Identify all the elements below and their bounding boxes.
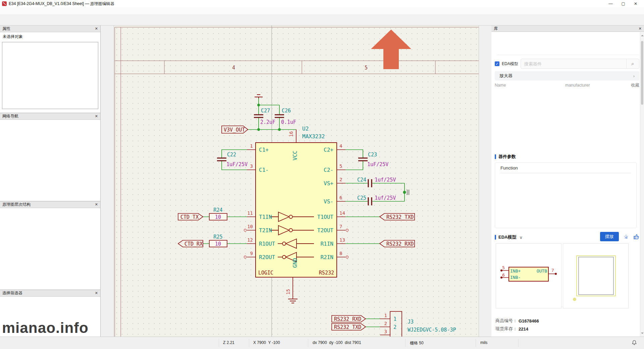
pin-t2in: T2IN (259, 227, 272, 234)
menu-bar (0, 7, 644, 15)
pin11-number: 11 (247, 210, 253, 216)
j3-pad2: 2 (393, 324, 396, 330)
c25-ref[interactable]: C25 (357, 195, 366, 201)
c26-value[interactable]: 0.1uF (281, 119, 296, 125)
c23-ref[interactable]: C23 (368, 152, 377, 158)
label-logic: LOGIC (258, 270, 273, 276)
j3-pad1: 1 (393, 316, 396, 322)
label-rs232-txd[interactable]: RS232_TXD (386, 214, 414, 220)
c24-value[interactable]: 1uf/25V (375, 177, 396, 183)
r24-ref[interactable]: R24 (213, 207, 222, 213)
j3-pin3-number: 3 (384, 329, 387, 334)
footprint-preview[interactable] (563, 243, 629, 308)
search-icon[interactable]: ⌕ (626, 59, 639, 68)
place-button[interactable]: 摆放 (600, 232, 619, 241)
c22-value[interactable]: 1uF/25V (226, 161, 248, 167)
pin4-number: 4 (339, 143, 342, 149)
chevron-down-icon[interactable]: ∨ (519, 235, 523, 240)
pin12-number: 12 (247, 237, 253, 243)
j3-pin1-number: 1 (384, 313, 387, 318)
pin-c2p: C2+ (324, 147, 333, 153)
watermark: mianao.info (2, 319, 89, 336)
close-icon[interactable]: ✕ (639, 27, 642, 31)
canvas-settings-toolbar (101, 26, 114, 337)
no-selection-text: 未选择对象 (0, 32, 100, 41)
params-group-title: Function (500, 165, 631, 173)
pin-gnd: GND (292, 258, 298, 268)
j3-value[interactable]: WJ2EDGVC-5.08-3P (408, 327, 456, 333)
ground-symbol-top[interactable] (255, 95, 263, 98)
c22-ref[interactable]: C22 (227, 152, 236, 158)
category-label: 放大器 (499, 73, 513, 79)
ground-symbol-bottom[interactable] (288, 299, 298, 303)
label-ctd-tx[interactable]: CTD_TX (180, 214, 199, 220)
category-row-amplifier[interactable]: 放大器 › (495, 71, 639, 81)
close-icon[interactable]: ✕ (95, 202, 98, 207)
net-navigator-title: 网络导航 (2, 113, 18, 119)
c26-ref[interactable]: C26 (282, 108, 291, 114)
column-manufacturer: manufacturer (565, 83, 628, 88)
label-rs232-rxd[interactable]: RS232_RXD (386, 241, 414, 247)
label-rs232-rxd-2[interactable]: RS232_RXD (334, 316, 361, 322)
selection-filter-title: 选择筛选器 (2, 290, 22, 296)
pin10-number: 10 (247, 224, 253, 229)
titlebar: E34 [E34-2G4-MUX_DB_V1.0/E34 Sheet] — 原理… (0, 0, 644, 7)
close-icon[interactable]: ✕ (95, 291, 98, 295)
notification-bell-icon[interactable] (632, 340, 637, 346)
pin8-number: 8 (339, 251, 342, 256)
library-panel: 库✕ ✓ EDA模型 ⌕ 放大器 › Name manufacturer 收藏 (491, 26, 644, 337)
library-scrollbar[interactable] (640, 32, 644, 337)
zoom-level: Z 2.21 (223, 340, 234, 345)
maximize-button[interactable]: ▢ (622, 1, 625, 6)
stock-value: 2214 (519, 327, 528, 332)
label-ctd-rx[interactable]: CTD_RX (184, 241, 203, 247)
border-column-5: 5 (365, 65, 368, 71)
pin2-number: 2 (339, 177, 342, 182)
component-params-title: 器件参数 (498, 154, 516, 160)
params-card: Function (495, 162, 637, 228)
u2-ref[interactable]: U2 (302, 126, 309, 132)
eda-model-checkbox[interactable]: ✓ (495, 61, 499, 66)
r24-value[interactable]: 10 (215, 214, 221, 220)
border-column-4: 4 (232, 65, 235, 71)
schematic-canvas[interactable]: 4 5 (114, 26, 479, 337)
pin13-number: 13 (339, 237, 345, 243)
c25-value[interactable]: 1uf/25V (375, 195, 396, 201)
thumbs-up-icon[interactable]: 0 (633, 234, 639, 240)
r25-value[interactable]: 10 (215, 241, 221, 247)
component-search-box[interactable]: ⌕ (521, 59, 639, 69)
j3-ref[interactable]: J3 (408, 319, 414, 325)
close-icon[interactable]: ✕ (95, 27, 98, 31)
preview-pin5: 5 (502, 265, 505, 270)
label-v3v-out[interactable]: V3V_OUT (224, 127, 245, 133)
star-count: 0 (626, 236, 627, 239)
preview-inb-minus: INB- (510, 275, 521, 280)
pin-vsp: VS+ (324, 180, 333, 187)
search-input[interactable] (521, 61, 626, 66)
preview-pin7: 7 (551, 268, 554, 273)
c24-ref[interactable]: C24 (357, 177, 366, 183)
column-favorite: 收藏 (628, 83, 639, 88)
minimize-button[interactable]: — (609, 1, 613, 6)
r25-ref[interactable]: R25 (213, 234, 222, 240)
orange-up-arrow[interactable] (371, 30, 411, 69)
c27-ref[interactable]: C27 (261, 108, 270, 114)
star-icon[interactable]: ☆0 (624, 233, 629, 240)
close-icon[interactable]: ✕ (95, 114, 98, 118)
pin16-number: 16 (288, 131, 294, 137)
properties-empty-box (2, 42, 98, 109)
units: mils (480, 340, 487, 345)
label-rs232-txd-2[interactable]: RS232_TXD (334, 324, 361, 330)
c23-value[interactable]: 1uF/25V (367, 161, 388, 167)
pin-t1in: T1IN (259, 214, 272, 220)
pin-t2out: T2OUT (317, 227, 334, 234)
symbol-preview[interactable]: 5 6 7 INB+ INB- OUTB (496, 243, 561, 308)
u2-value[interactable]: MAX3232 (302, 133, 325, 140)
c27-value[interactable]: 2.2uF (260, 119, 275, 125)
pin6-number: 6 (339, 195, 342, 200)
close-button[interactable]: ✕ (634, 1, 637, 6)
pin-vsm: VS- (324, 198, 333, 205)
eda-model-title: EDA模型 (498, 234, 516, 240)
grid-size: 栅格 50 (410, 340, 424, 346)
pin-r2out: R2OUT (259, 254, 275, 260)
